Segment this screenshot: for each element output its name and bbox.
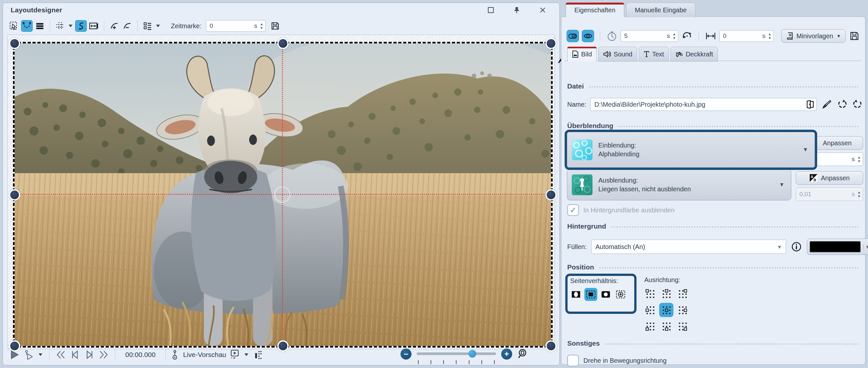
minivorlagen-button[interactable]: Minivorlagen ▼ — [781, 29, 846, 43]
aspect-keep-button[interactable] — [569, 288, 583, 301]
align-bottom-left-button[interactable] — [643, 319, 657, 333]
align-top-right-button[interactable] — [675, 287, 690, 301]
play-from-timemark-button[interactable] — [23, 349, 35, 361]
resize-handle-middle-right[interactable] — [546, 189, 557, 200]
edit-image-button[interactable] — [821, 98, 832, 110]
rotate-right-button[interactable] — [852, 98, 864, 110]
skip-to-start-button[interactable] — [55, 349, 67, 361]
file-path-value[interactable]: D:\Media\Bilder\Projekte\photo-kuh.jpg — [591, 101, 804, 108]
zoom-slider[interactable] — [417, 348, 496, 360]
object-list-button[interactable] — [142, 20, 153, 32]
play-options-dropdown[interactable] — [37, 349, 44, 361]
zeitmarke-down[interactable]: ▼ — [260, 27, 264, 29]
align-bottom-center-button[interactable] — [659, 319, 674, 333]
zoom-out-button[interactable]: − — [401, 348, 411, 360]
hintergrundfarbe-checkbox[interactable]: ✓ — [567, 204, 579, 216]
keyframe-curve-tool-button[interactable] — [21, 20, 33, 32]
hintergrundfarbe-checkbox-row[interactable]: ✓ In Hintergrundfarbe ausblenden — [567, 204, 674, 216]
einblendung-down[interactable]: ▼ — [857, 160, 861, 163]
aspect-fill-frame-button[interactable] — [584, 288, 597, 301]
transform-frame-tool-button[interactable] — [88, 20, 100, 32]
align-middle-left-button[interactable] — [643, 303, 657, 317]
zoom-in-button[interactable]: + — [501, 348, 512, 360]
drehe-checkbox-row[interactable]: Drehe in Bewegungsrichtung — [567, 355, 666, 366]
offset-value[interactable]: 0 — [720, 32, 763, 39]
random-duration-button[interactable] — [681, 30, 693, 42]
align-bottom-right-button[interactable] — [675, 319, 690, 333]
zeitmarke-value[interactable]: 0 — [206, 22, 254, 29]
previous-frame-button[interactable] — [69, 349, 81, 361]
align-center-button[interactable] — [659, 303, 674, 317]
align-middle-right-button[interactable] — [675, 303, 690, 317]
skip-to-end-button[interactable] — [98, 349, 110, 361]
grid-options-dropdown[interactable] — [67, 20, 74, 32]
duration-up[interactable]: ▲ — [673, 33, 676, 36]
tab-deckkraft[interactable]: A Deckkraft — [671, 47, 718, 62]
object-list-dropdown[interactable] — [155, 20, 161, 32]
duration-spinner[interactable]: 5 s ▲▼ — [621, 30, 678, 42]
save-template-button[interactable] — [848, 30, 860, 42]
tab-manuelle-eingabe[interactable]: Manuelle Eingabe — [626, 3, 695, 17]
select-tool-button[interactable] — [8, 20, 20, 32]
align-top-left-button[interactable] — [643, 287, 657, 301]
resize-handle-top-left[interactable] — [9, 38, 21, 49]
browse-folder-icon[interactable] — [804, 98, 816, 110]
duration-value[interactable]: 5 — [621, 32, 667, 39]
offset-down[interactable]: ▼ — [768, 37, 772, 39]
pin-button[interactable] — [511, 4, 523, 16]
einblendung-dropdown[interactable]: Einblendung: Alphablending ▼ — [567, 132, 815, 168]
titlebar[interactable]: Layoutdesigner — [3, 3, 559, 17]
einblendung-anpassen-button[interactable]: Anpassen — [811, 136, 863, 150]
offset-up[interactable]: ▲ — [768, 33, 772, 36]
layout-canvas[interactable] — [7, 35, 555, 349]
duration-down[interactable]: ▼ — [673, 37, 676, 39]
tracks-tool-button[interactable] — [34, 20, 45, 32]
add-keypoint-button[interactable] — [108, 20, 120, 32]
motion-path-tool-button[interactable] — [75, 20, 87, 32]
preview-window-button[interactable] — [229, 349, 241, 361]
remove-keypoint-button[interactable] — [121, 20, 133, 32]
aspect-stretch-button[interactable] — [599, 288, 612, 301]
close-button[interactable] — [537, 4, 549, 16]
next-frame-button[interactable] — [84, 349, 95, 361]
performance-monitor-button[interactable] — [252, 349, 264, 361]
einblendung-up[interactable]: ▲ — [857, 156, 861, 159]
background-color-caret[interactable]: ▼ — [863, 244, 868, 250]
maximize-button[interactable] — [485, 4, 497, 16]
tab-eigenschaften[interactable]: Eigenschaften — [566, 3, 624, 17]
zeitmarke-spinner[interactable]: 0 s ▲▼ — [206, 20, 266, 32]
background-color-button[interactable]: ▼ — [807, 238, 868, 255]
visibility-button[interactable] — [582, 30, 594, 42]
info-icon[interactable] — [790, 241, 802, 253]
ausblendung-dropdown[interactable]: Ausblendung: Liegen lassen, nicht ausble… — [567, 169, 791, 200]
zoom-slider-thumb[interactable] — [468, 350, 476, 358]
selected-image-object[interactable] — [13, 42, 553, 347]
file-path-input[interactable]: D:\Media\Bilder\Projekte\photo-kuh.jpg — [590, 98, 817, 111]
grid-tool-button[interactable] — [54, 20, 66, 32]
preview-options-dropdown[interactable] — [243, 349, 250, 361]
einblendung-duration-spinner[interactable]: s ▲▼ — [816, 152, 863, 166]
play-button[interactable] — [9, 349, 21, 361]
rotate-left-button[interactable] — [836, 98, 848, 110]
rotation-center-marker[interactable] — [274, 187, 290, 203]
properties-toolbar: 5 s ▲▼ 0 s ▲▼ Minivorlagen — [566, 29, 861, 43]
tab-bild[interactable]: Bild — [567, 47, 597, 62]
save-timemark-button[interactable] — [269, 20, 281, 32]
live-preview-label[interactable]: Live-Vorschau — [183, 351, 226, 359]
tab-sound[interactable]: Sound — [598, 47, 637, 62]
zoom-slider-track[interactable] — [417, 352, 496, 355]
toggle-enabled-button[interactable] — [566, 30, 579, 42]
fuellen-combobox[interactable]: Automatisch (An) ▼ — [591, 239, 786, 254]
offset-spinner[interactable]: 0 s ▲▼ — [719, 30, 774, 42]
ausblendung-anpassen-button[interactable]: AB Anpassen — [796, 171, 863, 185]
live-preview-pin-icon[interactable] — [171, 349, 180, 361]
tab-text[interactable]: Text — [639, 47, 669, 62]
resize-handle-top-right[interactable] — [546, 38, 557, 49]
align-top-center-button[interactable] — [659, 287, 674, 301]
resize-handle-top-center[interactable] — [277, 38, 288, 49]
zeitmarke-up[interactable]: ▲ — [260, 23, 264, 26]
aspect-crop-button[interactable] — [614, 288, 627, 301]
resize-handle-middle-left[interactable] — [9, 189, 21, 200]
drehe-checkbox[interactable] — [567, 355, 579, 366]
zoom-fit-button[interactable] — [517, 348, 529, 360]
